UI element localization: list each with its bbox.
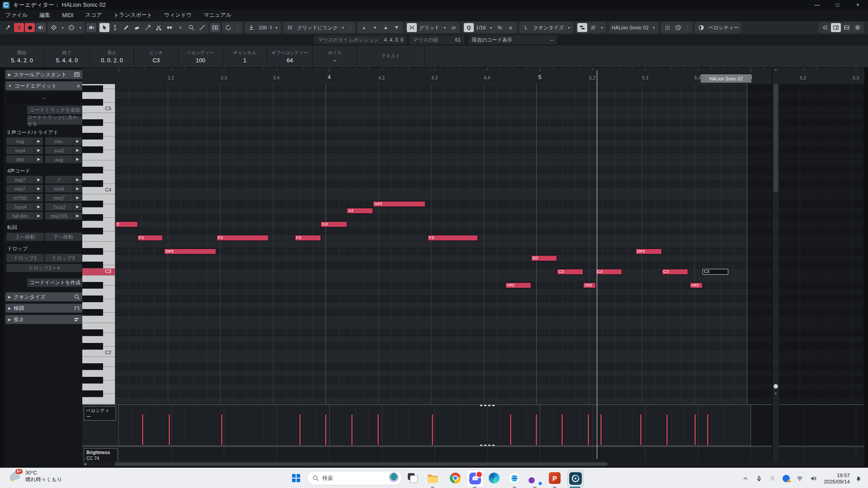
lane-resize-handle[interactable] — [480, 405, 495, 406]
drop2-button[interactable]: ドロップ2 — [6, 254, 44, 262]
note-layers-button[interactable] — [588, 23, 598, 32]
length-quantize-icon[interactable]: L — [521, 23, 531, 32]
note-grid[interactable]: 3F3D#3F3F3G3A3A#3F3A#2D3C3A#2C3D#3C3A#2C… — [115, 84, 863, 404]
chord-maj-button[interactable]: maj▶ — [6, 137, 43, 145]
chord-aug-apply-icon[interactable]: ▶ — [73, 155, 82, 163]
chord-min6-button[interactable]: min6▶ — [45, 185, 82, 192]
insert-velocity-icon[interactable] — [246, 23, 256, 32]
inversion-up-button[interactable]: 上へ移動 — [6, 233, 44, 241]
velocity-bar[interactable] — [142, 414, 144, 446]
file-explorer-icon[interactable] — [425, 470, 441, 486]
length-quantize-link[interactable]: グリッドにリンク — [295, 24, 340, 31]
accessibility-tray-icon[interactable] — [766, 475, 779, 482]
minimize-button[interactable]: — — [807, 0, 827, 10]
piano-black-key[interactable] — [82, 214, 103, 221]
cubase-taskbar-icon[interactable] — [567, 470, 584, 487]
task-view-button[interactable] — [405, 470, 421, 486]
swing-button[interactable]: % — [495, 23, 505, 32]
piano-black-key[interactable] — [82, 201, 103, 207]
chord-maj7s5-button[interactable]: maj7/#5▶ — [45, 212, 82, 220]
move-up-button[interactable]: ▲ — [359, 23, 369, 32]
info-length-value[interactable]: 0. 0. 2. 0 — [101, 57, 123, 64]
piano-black-key[interactable] — [82, 146, 103, 153]
chord-minj7-apply-icon[interactable]: ▶ — [73, 194, 82, 202]
velocity-bar[interactable] — [431, 414, 434, 446]
expand-icon[interactable]: ▶ — [8, 306, 11, 310]
chord-min7-apply-icon[interactable]: ▶ — [34, 185, 43, 192]
velocity-bar[interactable] — [694, 414, 696, 446]
snap-button[interactable] — [407, 23, 417, 32]
pin-icon[interactable] — [3, 23, 13, 32]
edited-part-dropdown-icon[interactable]: ▼ — [651, 26, 657, 29]
midi-note[interactable]: D3 — [531, 255, 557, 261]
move-down-octave-button[interactable]: ▼ — [392, 23, 401, 32]
velocity-bar[interactable] — [587, 414, 590, 446]
chord-7-apply-icon[interactable]: ▶ — [73, 176, 82, 183]
part-name-flag[interactable]: HALion Sonic 02 — [701, 75, 751, 83]
midi-note[interactable]: 3 — [115, 221, 138, 227]
piano-black-key[interactable] — [82, 329, 103, 336]
velocity-bar[interactable] — [351, 414, 353, 446]
chord-7-button[interactable]: 7▶ — [45, 176, 82, 183]
split-tool[interactable] — [154, 23, 164, 32]
piano-black-key[interactable] — [82, 228, 103, 235]
setup-toolbar-gear-icon[interactable] — [853, 23, 863, 32]
chord-min-button[interactable]: min.▶ — [45, 137, 82, 145]
inversion-down-button[interactable]: 下へ移動 — [45, 233, 82, 241]
vscroll-up-arrow[interactable]: ▼ — [774, 69, 778, 72]
section-chord-edit[interactable]: ▼ コードエディット ≡ — [5, 81, 83, 90]
weather-widget[interactable]: 9+ 30°C 晴れ時々くもり — [8, 469, 62, 483]
info-pitch-value[interactable]: C3 — [153, 57, 160, 64]
velocity-bar[interactable] — [535, 414, 538, 446]
powerpoint-icon[interactable]: P — [547, 470, 563, 486]
section-length[interactable]: ▶ 長さ — [5, 315, 83, 324]
section-quantize[interactable]: ▶ クオンタイズ — [5, 292, 83, 301]
discord-icon[interactable] — [467, 470, 484, 487]
info-channel-value[interactable]: 1 — [243, 57, 246, 64]
menu-transport[interactable]: トランスポート — [113, 11, 152, 19]
midi-note[interactable]: A#2 — [690, 282, 703, 288]
zoom-in-button[interactable]: + — [774, 391, 778, 396]
search-box[interactable]: 検索 — [307, 471, 402, 485]
chord-fulldim-apply-icon[interactable]: ▶ — [34, 212, 43, 220]
midi-note[interactable]: C3 — [557, 269, 583, 275]
velocity-lane[interactable]: ベロシティー — [82, 404, 864, 447]
solo-editor-button[interactable]: S — [14, 23, 24, 32]
piano-black-key[interactable] — [82, 282, 103, 289]
quantize-panel-button[interactable]: e — [505, 23, 515, 32]
loop-options-icon[interactable]: ⋮ — [234, 25, 241, 31]
zoom-tool[interactable] — [186, 23, 196, 32]
piano-keyboard[interactable]: C5C4C3C2 — [82, 84, 115, 404]
velocity-lane-header[interactable]: ベロシティー — [84, 406, 116, 421]
chord-maj7-button[interactable]: maj7▶ — [6, 176, 43, 183]
chord-sus2-apply-icon[interactable]: ▶ — [73, 146, 82, 154]
monitor-button[interactable] — [86, 23, 96, 32]
velocity-bar[interactable] — [299, 414, 301, 446]
quantize-icon[interactable]: Q — [464, 23, 474, 32]
close-button[interactable]: × — [848, 0, 868, 10]
left-zone-toggle[interactable] — [831, 23, 841, 32]
add-chord-track-button[interactable]: コードトラックを追加 — [27, 106, 83, 114]
chord-maj7-apply-icon[interactable]: ▶ — [34, 176, 43, 183]
insert-velocity-value[interactable]: 100 — [257, 25, 269, 30]
midi-note[interactable]: C3 — [703, 269, 728, 275]
midi-note[interactable]: D#3 — [636, 249, 662, 254]
midi-clock-icon[interactable] — [673, 23, 683, 32]
section-transpose[interactable]: ▶ 移調 — [5, 304, 83, 313]
chord-m7b5-apply-icon[interactable]: ▶ — [34, 194, 43, 202]
auto-scroll-button[interactable] — [210, 23, 220, 32]
piano-black-key[interactable] — [82, 133, 103, 140]
onedrive-tray-icon[interactable] — [779, 475, 793, 482]
quantize-dropdown-icon[interactable]: ▼ — [488, 26, 495, 29]
info-start-value[interactable]: 5. 4. 2. 0 — [11, 57, 33, 64]
chord-sus2-button[interactable]: sus2▶ — [45, 146, 82, 154]
erase-tool[interactable] — [132, 23, 142, 32]
velocity-bar[interactable] — [509, 414, 512, 446]
loop-button[interactable] — [223, 23, 233, 32]
collapse-icon[interactable]: ▼ — [8, 84, 12, 88]
move-up-octave-button[interactable]: ▲ — [381, 23, 391, 32]
start-button[interactable] — [292, 474, 300, 482]
clock[interactable]: 19:57 2025/09/14 — [824, 472, 850, 485]
midi-note[interactable]: C3 — [662, 269, 688, 275]
midi-note[interactable]: A#2 — [505, 282, 531, 288]
